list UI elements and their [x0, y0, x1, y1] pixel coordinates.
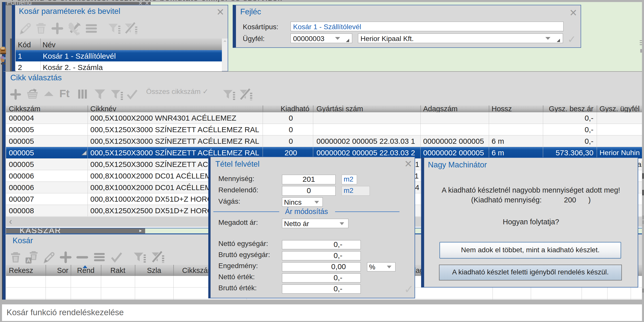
svg-text:A: A: [27, 257, 31, 264]
